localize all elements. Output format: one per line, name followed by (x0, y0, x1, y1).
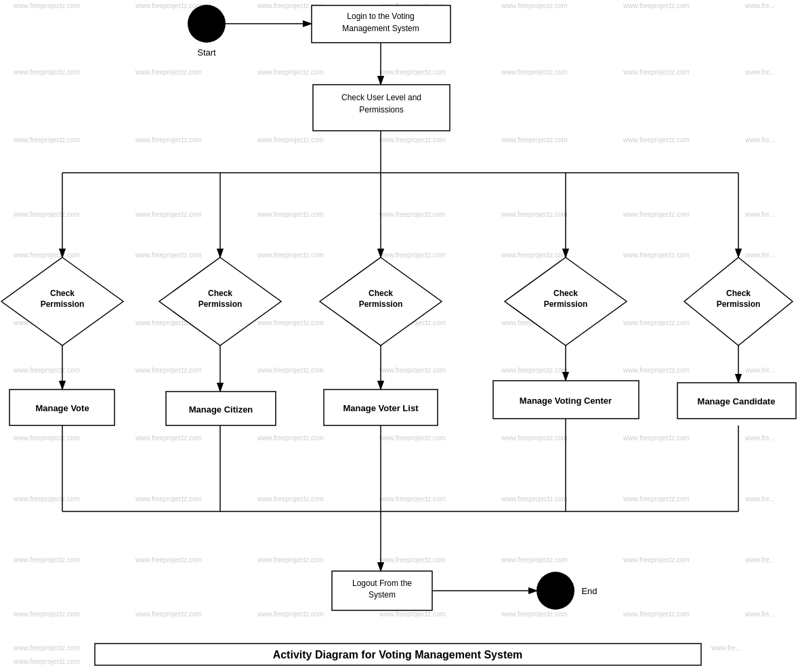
svg-text:www.freeprojectz.com: www.freeprojectz.com (379, 366, 446, 374)
svg-text:www.freeprojectz.com: www.freeprojectz.com (13, 68, 80, 76)
end-circle (537, 572, 574, 610)
svg-text:www.freeprojectz.com: www.freeprojectz.com (13, 644, 80, 652)
svg-text:www.freeprojectz.com: www.freeprojectz.com (13, 211, 80, 218)
diamond-2-text2: Permission (198, 299, 243, 309)
svg-text:www.freeprojectz.com: www.freeprojectz.com (13, 251, 80, 259)
svg-text:www.freeprojectz.com: www.freeprojectz.com (623, 556, 690, 564)
svg-text:www.freeprojectz.com: www.freeprojectz.com (257, 366, 324, 374)
start-circle (188, 5, 226, 43)
svg-text:www.freeprojectz.com: www.freeprojectz.com (379, 68, 446, 76)
svg-text:www.freeprojectz.com: www.freeprojectz.com (501, 366, 568, 374)
svg-text:www.freeprojectz.com: www.freeprojectz.com (379, 610, 446, 618)
svg-text:www.freeprojectz.com: www.freeprojectz.com (13, 136, 80, 144)
svg-text:www.freeprojectz.com: www.freeprojectz.com (135, 366, 202, 374)
svg-text:www.freeprojectz.com: www.freeprojectz.com (135, 136, 202, 144)
diamond-3-text1: Check (369, 289, 393, 298)
svg-text:www.freeprojectz.com: www.freeprojectz.com (257, 68, 324, 76)
check-user-text1: Check User Level and (341, 93, 421, 102)
svg-text:www.fre...: www.fre... (744, 2, 775, 9)
svg-text:www.freeprojectz.com: www.freeprojectz.com (379, 495, 446, 503)
svg-text:www.freeprojectz.com: www.freeprojectz.com (501, 610, 568, 618)
svg-text:www.fre...: www.fre... (711, 644, 741, 652)
svg-text:www.freeprojectz.com: www.freeprojectz.com (501, 136, 568, 144)
svg-text:www.fre...: www.fre... (744, 556, 775, 564)
svg-text:www.freeprojectz.com: www.freeprojectz.com (379, 251, 446, 259)
svg-text:www.freeprojectz.com: www.freeprojectz.com (623, 366, 690, 374)
svg-text:www.freeprojectz.com: www.freeprojectz.com (135, 434, 202, 442)
svg-text:www.freeprojectz.com: www.freeprojectz.com (623, 495, 690, 503)
svg-text:www.freeprojectz.com: www.freeprojectz.com (257, 610, 324, 618)
svg-text:www.fre...: www.fre... (744, 610, 775, 618)
flowchart-svg: www.freeprojectz.com www.freeprojectz.co… (0, 0, 798, 672)
svg-text:www.freeprojectz.com: www.freeprojectz.com (135, 610, 202, 618)
svg-text:www.freeprojectz.com: www.freeprojectz.com (501, 68, 568, 76)
diamond-4-text2: Permission (544, 299, 588, 309)
svg-text:www.freeprojectz.com: www.freeprojectz.com (379, 434, 446, 442)
svg-text:www.freeprojectz.com: www.freeprojectz.com (135, 68, 202, 76)
svg-text:www.freeprojectz.com: www.freeprojectz.com (501, 434, 568, 442)
svg-text:www.freeprojectz.com: www.freeprojectz.com (623, 211, 690, 218)
svg-text:www.freeprojectz.com: www.freeprojectz.com (13, 658, 80, 665)
svg-text:www.fre...: www.fre... (744, 495, 775, 503)
login-text-line2: Management System (342, 24, 419, 33)
login-text-line1: Login to the Voting (347, 12, 414, 21)
svg-text:www.freeprojectz.com: www.freeprojectz.com (257, 434, 324, 442)
svg-text:www.fre...: www.fre... (744, 251, 775, 259)
svg-text:www.freeprojectz.com: www.freeprojectz.com (501, 556, 568, 564)
svg-text:www.fre...: www.fre... (744, 366, 775, 374)
svg-text:www.freeprojectz.com: www.freeprojectz.com (135, 556, 202, 564)
diamond-5-text1: Check (726, 289, 751, 298)
diagram-container: www.freeprojectz.com www.freeprojectz.co… (0, 0, 798, 672)
svg-text:www.freeprojectz.com: www.freeprojectz.com (257, 136, 324, 144)
svg-text:www.freeprojectz.com: www.freeprojectz.com (623, 68, 690, 76)
manage-citizen-text: Manage Citizen (189, 404, 253, 415)
svg-text:www.freeprojectz.com: www.freeprojectz.com (501, 211, 568, 218)
diamond-1-text1: Check (50, 289, 75, 298)
diamond-1-text2: Permission (41, 299, 85, 309)
svg-text:www.fre...: www.fre... (744, 211, 775, 218)
diamond-2-text1: Check (208, 289, 232, 298)
manage-voter-list-text: Manage Voter List (343, 403, 419, 413)
svg-text:www.freeprojectz.com: www.freeprojectz.com (379, 136, 446, 144)
svg-text:www.freeprojectz.com: www.freeprojectz.com (135, 2, 202, 9)
svg-text:www.freeprojectz.com: www.freeprojectz.com (623, 251, 690, 259)
svg-text:www.freeprojectz.com: www.freeprojectz.com (623, 434, 690, 442)
diamond-4-text1: Check (553, 289, 578, 298)
svg-text:www.freeprojectz.com: www.freeprojectz.com (13, 2, 80, 9)
svg-text:www.freeprojectz.com: www.freeprojectz.com (13, 610, 80, 618)
svg-text:www.freeprojectz.com: www.freeprojectz.com (501, 251, 568, 259)
end-label: End (581, 586, 597, 596)
logout-text1: Logout From the (352, 579, 412, 588)
svg-text:www.freeprojectz.com: www.freeprojectz.com (257, 211, 324, 218)
svg-text:www.freeprojectz.com: www.freeprojectz.com (135, 251, 202, 259)
svg-text:www.freeprojectz.com: www.freeprojectz.com (13, 366, 80, 374)
manage-candidate-text: Manage Candidate (698, 396, 776, 406)
start-label: Start (197, 47, 216, 58)
svg-text:www.freeprojectz.com: www.freeprojectz.com (623, 136, 690, 144)
svg-text:www.freeprojectz.com: www.freeprojectz.com (623, 319, 690, 327)
svg-text:www.freeprojectz.com: www.freeprojectz.com (379, 556, 446, 564)
svg-text:www.freeprojectz.com: www.freeprojectz.com (501, 2, 568, 9)
svg-text:www.fre...: www.fre... (744, 68, 775, 76)
svg-text:www.fre...: www.fre... (744, 434, 775, 442)
svg-text:www.freeprojectz.com: www.freeprojectz.com (623, 2, 690, 9)
manage-voting-center-text: Manage Voting Center (520, 396, 612, 406)
diamond-5-text2: Permission (717, 299, 761, 309)
diamond-3-text2: Permission (359, 299, 403, 309)
check-user-text2: Permissions (359, 105, 403, 114)
svg-text:www.freeprojectz.com: www.freeprojectz.com (257, 556, 324, 564)
svg-text:www.freeprojectz.com: www.freeprojectz.com (135, 495, 202, 503)
svg-text:www.freeprojectz.com: www.freeprojectz.com (257, 319, 324, 327)
manage-vote-text: Manage Vote (35, 403, 89, 413)
svg-text:www.freeprojectz.com: www.freeprojectz.com (623, 610, 690, 618)
svg-text:www.freeprojectz.com: www.freeprojectz.com (135, 211, 202, 218)
svg-text:www.freeprojectz.com: www.freeprojectz.com (13, 434, 80, 442)
svg-text:www.freeprojectz.com: www.freeprojectz.com (257, 495, 324, 503)
svg-text:www.freeprojectz.com: www.freeprojectz.com (379, 211, 446, 218)
svg-text:www.freeprojectz.com: www.freeprojectz.com (13, 495, 80, 503)
svg-text:www.freeprojectz.com: www.freeprojectz.com (13, 556, 80, 564)
title-text: Activity Diagram for Voting Management S… (273, 649, 523, 660)
svg-text:www.fre...: www.fre... (744, 136, 775, 144)
logout-text2: System (369, 590, 396, 600)
svg-text:www.freeprojectz.com: www.freeprojectz.com (257, 251, 324, 259)
